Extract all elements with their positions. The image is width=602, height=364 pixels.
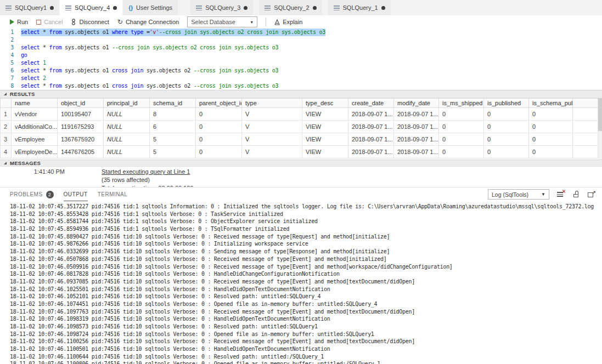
row-number-cell[interactable]: 1 bbox=[1, 108, 12, 121]
column-header[interactable]: modify_date bbox=[394, 99, 439, 108]
message-link[interactable]: Started executing query at Line 1 bbox=[102, 168, 190, 177]
column-header[interactable]: schema_id bbox=[150, 99, 196, 108]
grid-cell[interactable]: 0 bbox=[484, 121, 529, 133]
column-header[interactable]: is_published bbox=[484, 99, 529, 108]
grid-cell[interactable]: NULL bbox=[104, 108, 150, 121]
row-number-cell[interactable]: 2 bbox=[1, 121, 12, 133]
editor-line[interactable]: 2 bbox=[0, 36, 602, 44]
grid-cell[interactable]: 5 bbox=[150, 133, 196, 146]
grid-cell[interactable]: 0 bbox=[439, 146, 484, 158]
grid-cell[interactable]: 2018-09-07 1... bbox=[348, 108, 394, 121]
results-scrollbar[interactable] bbox=[598, 98, 602, 160]
table-row[interactable]: 2vAdditionalCo...1191675293NULL60VVIEW20… bbox=[1, 121, 598, 133]
grid-cell[interactable]: 0 bbox=[439, 121, 484, 133]
editor-line[interactable]: 1select * from sys.objects o1 where type… bbox=[0, 29, 602, 36]
editor-tab-sqlquery-2[interactable]: SQLQuery_2 bbox=[259, 0, 322, 15]
grid-cell[interactable]: 0 bbox=[196, 133, 242, 146]
grid-cell[interactable]: vAdditionalCo... bbox=[12, 121, 58, 133]
grid-cell[interactable]: 2018-09-07 1... bbox=[394, 133, 439, 146]
grid-cell[interactable]: 0 bbox=[484, 146, 529, 158]
row-number-cell[interactable]: 4 bbox=[1, 146, 12, 158]
editor-line[interactable]: 3select * from sys.objects o1 --cross jo… bbox=[0, 44, 602, 52]
grid-cell[interactable]: vVendor bbox=[12, 108, 58, 121]
row-number-cell[interactable]: 3 bbox=[1, 133, 12, 146]
grid-cell[interactable]: V bbox=[242, 121, 302, 133]
log-output[interactable]: 18-11-02 10:07:45.3517227 pid:74516 tid:… bbox=[0, 201, 602, 364]
dirty-indicator-icon[interactable] bbox=[50, 6, 54, 10]
select-database-dropdown[interactable]: Select Database ▼ bbox=[187, 16, 257, 27]
panel-tab-output[interactable]: OUTPUT bbox=[64, 187, 88, 201]
editor-line[interactable]: 6select * from sys.objects o1 cross join… bbox=[0, 67, 602, 75]
editor-line[interactable]: 4go bbox=[0, 52, 602, 59]
table-row[interactable]: 3vEmployee1367675920NULL50VVIEW2018-09-0… bbox=[1, 133, 598, 146]
results-scrollbar-thumb[interactable] bbox=[598, 98, 602, 131]
grid-cell[interactable]: 2018-09-07 1... bbox=[394, 146, 439, 158]
clear-output-button[interactable]: ✕ bbox=[557, 191, 565, 198]
editor-line[interactable]: 8select * from sys.objects o1 cross join… bbox=[0, 82, 602, 90]
sql-editor[interactable]: 1select * from sys.objects o1 where type… bbox=[0, 29, 602, 90]
column-header[interactable]: type bbox=[242, 99, 302, 108]
dirty-indicator-icon[interactable] bbox=[244, 6, 247, 10]
grid-cell[interactable]: 2018-09-07 1... bbox=[348, 146, 394, 158]
editor-line[interactable]: 7select 2 bbox=[0, 75, 602, 82]
grid-cell[interactable]: 0 bbox=[196, 108, 242, 121]
grid-cell[interactable]: NULL bbox=[104, 121, 150, 133]
grid-cell[interactable]: 100195407 bbox=[58, 108, 104, 121]
grid-cell[interactable]: 5 bbox=[150, 146, 196, 158]
column-header[interactable]: type_desc bbox=[302, 99, 348, 108]
grid-cell[interactable]: 2018-09-07 1... bbox=[394, 121, 439, 133]
column-header[interactable]: create_date bbox=[348, 99, 394, 108]
grid-cell[interactable]: 0 bbox=[439, 133, 484, 146]
dirty-indicator-icon[interactable] bbox=[113, 6, 117, 10]
column-header[interactable]: is_ms_shipped bbox=[439, 99, 484, 108]
explain-button[interactable]: Explain bbox=[274, 19, 302, 25]
editor-line[interactable]: 5select 1 bbox=[0, 59, 602, 67]
results-section-header[interactable]: RESULTS bbox=[0, 90, 602, 98]
grid-cell[interactable]: 0 bbox=[529, 121, 573, 133]
grid-cell[interactable]: NULL bbox=[104, 133, 150, 146]
grid-cell[interactable]: VIEW bbox=[302, 108, 348, 121]
grid-cell[interactable]: NULL bbox=[104, 146, 150, 158]
dirty-indicator-icon[interactable] bbox=[381, 6, 385, 10]
messages-section-header[interactable]: MESSAGES bbox=[0, 160, 602, 167]
editor-tab-sqlquery-4[interactable]: SQLQuery_4 bbox=[60, 0, 123, 15]
panel-tab-terminal[interactable]: TERMINAL bbox=[98, 187, 128, 201]
grid-cell[interactable]: 0 bbox=[529, 146, 573, 158]
grid-cell[interactable]: vEmployeeDe... bbox=[12, 146, 58, 158]
grid-cell[interactable]: vEmployee bbox=[12, 133, 58, 146]
column-header[interactable]: principal_id bbox=[104, 99, 150, 108]
table-row[interactable]: 4vEmployeeDe...1447676205NULL50VVIEW2018… bbox=[1, 146, 598, 158]
dirty-indicator-icon[interactable] bbox=[313, 6, 317, 10]
editor-tab-user-settings[interactable]: {}User Settings bbox=[123, 0, 178, 15]
grid-cell[interactable]: 0 bbox=[196, 121, 242, 133]
grid-cell[interactable]: 8 bbox=[150, 108, 196, 121]
grid-cell[interactable]: 0 bbox=[529, 108, 573, 121]
grid-cell[interactable]: 0 bbox=[196, 146, 242, 158]
open-log-file-button[interactable]: ↗ bbox=[588, 191, 595, 198]
editor-tab-sqlquery-1[interactable]: SQLQuery_1 bbox=[328, 0, 391, 15]
grid-cell[interactable]: 0 bbox=[439, 108, 484, 121]
grid-cell[interactable]: V bbox=[242, 133, 302, 146]
grid-cell[interactable]: VIEW bbox=[302, 121, 348, 133]
grid-cell[interactable]: V bbox=[242, 146, 302, 158]
grid-cell[interactable]: 6 bbox=[150, 121, 196, 133]
grid-cell[interactable]: 2018-09-07 1... bbox=[348, 133, 394, 146]
column-header[interactable]: name bbox=[12, 99, 58, 108]
grid-cell[interactable]: 2018-09-07 1... bbox=[394, 108, 439, 121]
panel-tab-problems[interactable]: PROBLEMS2 bbox=[10, 187, 54, 201]
grid-cell[interactable]: 1191675293 bbox=[58, 121, 104, 133]
column-header[interactable]: is_schema_publi... bbox=[529, 99, 573, 108]
run-button[interactable]: Run bbox=[10, 19, 28, 25]
log-source-dropdown[interactable]: Log (SqlTools) ▼ bbox=[488, 189, 549, 200]
grid-cell[interactable]: 0 bbox=[484, 133, 529, 146]
grid-cell[interactable]: V bbox=[242, 108, 302, 121]
table-row[interactable]: 1vVendor100195407NULL80VVIEW2018-09-07 1… bbox=[1, 108, 598, 121]
grid-cell[interactable]: VIEW bbox=[302, 133, 348, 146]
grid-cell[interactable]: 1367675920 bbox=[58, 133, 104, 146]
column-header[interactable]: object_id bbox=[58, 99, 104, 108]
editor-tab-sqlquery-3[interactable]: SQLQuery_3 bbox=[190, 0, 254, 15]
scroll-lock-button[interactable] bbox=[572, 191, 580, 198]
change-connection-button[interactable]: ↻ Change Connection bbox=[117, 19, 179, 25]
grid-cell[interactable]: 0 bbox=[529, 133, 573, 146]
column-header[interactable]: parent_object_id bbox=[196, 99, 242, 108]
